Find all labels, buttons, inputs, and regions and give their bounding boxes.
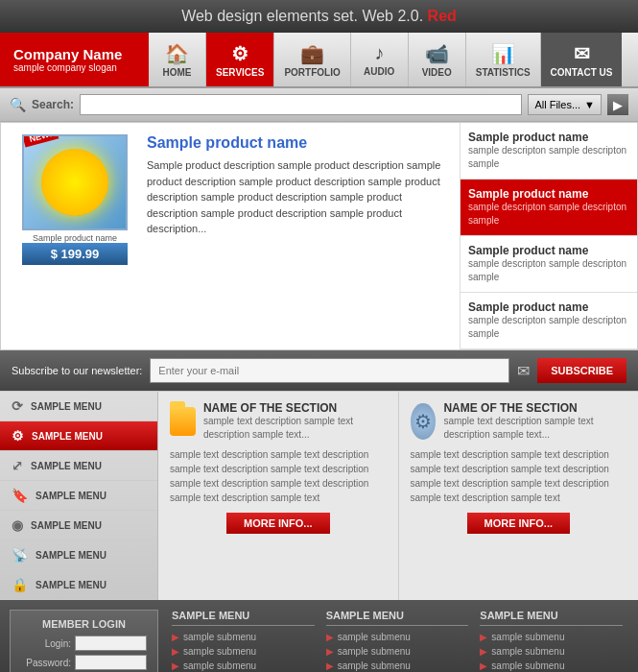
- menu-icon-6: 🔒: [12, 577, 28, 592]
- section-header: ⚙ NAME OF THE SECTION sample text descri…: [411, 401, 627, 442]
- section-subtitle: sample text description sample text desc…: [443, 415, 626, 442]
- nav-item-statistics[interactable]: 📊STATISTICS: [466, 33, 541, 86]
- footer-menu-title: SAMPLE MENU: [480, 610, 623, 626]
- footer-menu-item-1-0[interactable]: ▶sample submenu: [326, 630, 469, 644]
- product-info: Sample product name Sample product descr…: [147, 134, 448, 338]
- menu-item-5[interactable]: 📡SAMPLE MENU: [0, 540, 157, 570]
- footer-menu-col-0: SAMPLE MENU▶sample submenu▶sample submen…: [166, 610, 320, 672]
- nav-icon: 🏠: [165, 42, 189, 65]
- footer-menu-label: sample submenu: [491, 632, 564, 642]
- newsletter-input[interactable]: [150, 358, 509, 383]
- menu-label: SAMPLE MENU: [35, 491, 106, 501]
- product-section: NEW! Sample product name $ 199.99 Sample…: [1, 123, 460, 349]
- footer-menu-item-1-1[interactable]: ▶sample submenu: [326, 644, 469, 659]
- arrow-icon: ▶: [326, 646, 334, 657]
- password-label: Password:: [18, 658, 71, 668]
- product-image: [41, 149, 108, 216]
- new-badge: NEW!: [22, 134, 59, 148]
- nav-label: AUDIO: [364, 66, 394, 77]
- menu-item-0[interactable]: ⟳SAMPLE MENU: [0, 392, 157, 421]
- sp-desc: sample descripton sample descripton samp…: [468, 314, 629, 341]
- footer-menu-item-1-2[interactable]: ▶sample submenu: [326, 659, 469, 672]
- menu-item-2[interactable]: ⤢SAMPLE MENU: [0, 451, 157, 481]
- footer-menu-item-2-2[interactable]: ▶sample submenu: [480, 659, 623, 672]
- menu-item-4[interactable]: ◉SAMPLE MENU: [0, 511, 157, 540]
- brand-slogan: sample company slogan: [13, 62, 135, 73]
- arrow-icon: ▶: [172, 632, 179, 642]
- footer-menu-item-0-0[interactable]: ▶sample submenu: [172, 630, 315, 644]
- footer-menu-title: SAMPLE MENU: [172, 610, 315, 626]
- password-input[interactable]: [75, 655, 147, 670]
- footer-menu-item-2-1[interactable]: ▶sample submenu: [480, 644, 623, 659]
- product-price: $ 199.99: [22, 243, 128, 265]
- menu-icon-0: ⟳: [12, 398, 23, 414]
- title-red: Red: [428, 8, 457, 24]
- menu-item-3[interactable]: 🔖SAMPLE MENU: [0, 481, 157, 511]
- sp-name: Sample product name: [468, 244, 629, 257]
- sidebar-product-0[interactable]: Sample product namesample descripton sam…: [461, 123, 637, 180]
- newsletter-label: Subscribe to our newsletter:: [12, 365, 142, 376]
- footer-menu-item-0-1[interactable]: ▶sample submenu: [172, 644, 315, 659]
- product-box: NEW!: [22, 134, 128, 230]
- nav-item-video[interactable]: 📹VIDEO: [409, 33, 466, 86]
- nav-item-portfolio[interactable]: 💼PORTFOLIO: [274, 33, 350, 86]
- menu-label: SAMPLE MENU: [31, 520, 102, 531]
- brand[interactable]: Company Name sample company slogan: [0, 33, 149, 86]
- more-info-button[interactable]: MORE INFO...: [467, 513, 571, 534]
- password-field: Password:: [18, 655, 150, 670]
- title-bar: Web design elements set. Web 2.0. Red: [0, 0, 638, 33]
- menu-label: SAMPLE MENU: [31, 401, 102, 412]
- sidebar-product-1[interactable]: Sample product namesample descripton sam…: [461, 180, 637, 236]
- subscribe-button[interactable]: SUBSCRIBE: [537, 358, 626, 383]
- footer-menu-label: sample submenu: [338, 632, 411, 642]
- nav-label: STATISTICS: [476, 67, 531, 78]
- nav-label: HOME: [163, 67, 192, 78]
- arrow-icon: ▶: [326, 632, 334, 642]
- login-input[interactable]: [75, 636, 147, 651]
- footer-menus: SAMPLE MENU▶sample submenu▶sample submen…: [166, 610, 628, 672]
- gear-section-icon: ⚙: [411, 403, 437, 440]
- arrow-icon: ▶: [480, 660, 487, 671]
- search-button[interactable]: ▶: [607, 94, 628, 115]
- menu-icon-5: 📡: [12, 547, 28, 563]
- sp-name: Sample product name: [468, 131, 629, 144]
- section-body: sample text description sample text desc…: [411, 447, 627, 505]
- login-label: Login:: [18, 638, 71, 649]
- footer-menu-item-0-2[interactable]: ▶sample submenu: [172, 659, 315, 672]
- footer-menu-label: sample submenu: [491, 646, 564, 657]
- product-description: Sample product description sample produc…: [147, 157, 448, 237]
- title-text: Web design elements set. Web 2.0.: [181, 8, 423, 24]
- search-dropdown[interactable]: All Files... ▼: [528, 94, 602, 115]
- nav-label: PORTFOLIO: [284, 67, 340, 78]
- menu-label: SAMPLE MENU: [31, 461, 102, 471]
- nav-item-contact-us[interactable]: ✉CONTACT US: [541, 33, 623, 86]
- footer-menu-col-2: SAMPLE MENU▶sample submenu▶sample submen…: [474, 610, 628, 672]
- nav-label: SERVICES: [216, 67, 264, 78]
- arrow-icon: ▶: [480, 632, 487, 642]
- sidebar-product-2[interactable]: Sample product namesample descripton sam…: [461, 236, 637, 293]
- arrow-icon: ▶: [326, 660, 334, 671]
- nav-icon: 💼: [300, 42, 324, 65]
- section-body: sample text description sample text desc…: [170, 447, 387, 505]
- more-info-button[interactable]: MORE INFO...: [226, 513, 330, 534]
- nav-item-home[interactable]: 🏠HOME: [149, 33, 206, 86]
- sp-desc: sample descripton sample descripton samp…: [468, 144, 629, 171]
- footer-menu-title: SAMPLE MENU: [326, 610, 469, 626]
- menu-label: SAMPLE MENU: [32, 431, 103, 442]
- sidebar-product-3[interactable]: Sample product namesample descripton sam…: [461, 293, 637, 349]
- menu-item-1[interactable]: ⚙SAMPLE MENU: [0, 421, 157, 451]
- footer-menu-label: sample submenu: [338, 646, 411, 657]
- email-icon: ✉: [517, 362, 530, 380]
- menu-item-6[interactable]: 🔒SAMPLE MENU: [0, 570, 157, 600]
- section-title: NAME OF THE SECTION: [203, 401, 387, 415]
- nav-icon: 📹: [425, 42, 449, 65]
- nav-item-audio[interactable]: ♪AUDIO: [351, 33, 409, 86]
- nav-item-services[interactable]: ⚙SERVICES: [206, 33, 274, 86]
- nav-icon: ✉: [574, 42, 590, 65]
- search-input[interactable]: [80, 94, 522, 115]
- nav-label: CONTACT US: [551, 67, 613, 78]
- folder-icon: [170, 407, 196, 436]
- sp-name: Sample product name: [468, 187, 629, 201]
- nav-items: 🏠HOME⚙SERVICES💼PORTFOLIO♪AUDIO📹VIDEO📊STA…: [149, 33, 638, 86]
- footer-menu-item-2-0[interactable]: ▶sample submenu: [480, 630, 623, 644]
